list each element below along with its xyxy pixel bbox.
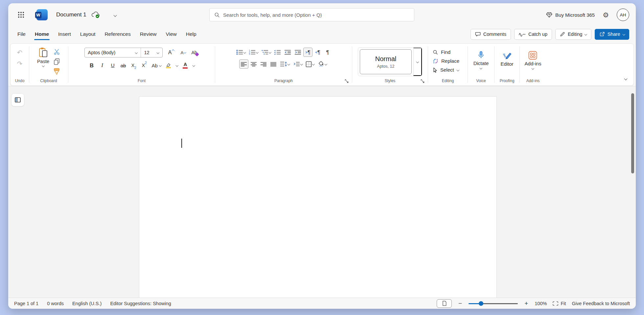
underline-button[interactable]: U: [108, 61, 118, 70]
zoom-out-button[interactable]: −: [458, 300, 463, 306]
grow-font-button[interactable]: A: [165, 48, 175, 57]
tab-home[interactable]: Home: [30, 26, 54, 42]
font-color-options-chevron[interactable]: [191, 61, 196, 70]
editor-suggestions-status[interactable]: Editor Suggestions: Showing: [110, 301, 171, 306]
paragraph-spacing-button[interactable]: [292, 59, 304, 69]
editing-mode-button[interactable]: Editing: [555, 29, 591, 40]
font-size-select[interactable]: 12: [141, 48, 162, 57]
search-icon: [214, 12, 220, 18]
zoom-slider-thumb[interactable]: [479, 301, 483, 306]
document-workspace: [8, 86, 636, 298]
bullet-list-button[interactable]: [235, 48, 247, 57]
zoom-level[interactable]: 100%: [535, 301, 547, 306]
italic-button[interactable]: I: [98, 61, 107, 70]
svg-text:3: 3: [249, 53, 250, 55]
zoom-in-button[interactable]: +: [524, 300, 529, 306]
checklist-button[interactable]: [273, 48, 282, 57]
font-color-button[interactable]: A: [180, 61, 190, 70]
subscript-button[interactable]: X2: [129, 61, 139, 70]
increase-indent-button[interactable]: [293, 48, 303, 57]
redo-button[interactable]: ↷: [17, 60, 23, 67]
align-left-button[interactable]: [239, 59, 248, 69]
navigation-pane-toggle[interactable]: [11, 93, 24, 106]
change-case-button[interactable]: Ab: [150, 61, 163, 70]
top-bar: W Document 1 Buy Microsoft 36: [8, 3, 636, 26]
chevron-down-icon: [113, 13, 117, 17]
clear-formatting-button[interactable]: Ab: [190, 48, 199, 57]
dictate-button[interactable]: Dictate: [473, 48, 489, 69]
left-to-right-paragraph-button[interactable]: >¶: [303, 48, 312, 57]
word-app-icon[interactable]: W: [36, 9, 48, 20]
styles-dialog-launcher[interactable]: [421, 79, 425, 83]
show-formatting-marks-button[interactable]: ¶: [323, 48, 332, 57]
share-button[interactable]: Share: [595, 29, 629, 40]
collapse-ribbon-button[interactable]: [623, 75, 628, 82]
paste-button[interactable]: Paste: [37, 47, 50, 67]
multilevel-list-button[interactable]: [260, 48, 272, 57]
catch-up-button[interactable]: Catch up: [514, 29, 552, 40]
tab-insert[interactable]: Insert: [54, 26, 76, 42]
chevron-down-icon: [622, 33, 625, 35]
strikethrough-button[interactable]: ab: [119, 61, 128, 70]
search-bar[interactable]: [209, 8, 414, 21]
tab-references[interactable]: References: [100, 26, 135, 42]
text-highlight-button[interactable]: [164, 61, 173, 70]
justify-button[interactable]: [269, 59, 278, 69]
line-spacing-button[interactable]: [279, 59, 291, 69]
bold-button[interactable]: B: [87, 61, 97, 70]
paragraph-dialog-launcher[interactable]: [345, 79, 349, 83]
feedback-link[interactable]: Give Feedback to Microsoft: [572, 301, 630, 306]
style-normal[interactable]: Normal Aptos, 12: [360, 49, 412, 74]
superscript-button[interactable]: X2: [140, 61, 149, 70]
copy-button[interactable]: [53, 58, 60, 65]
line-spacing-icon: [280, 61, 287, 67]
fit-to-page-button[interactable]: Fit: [553, 301, 566, 306]
buy-microsoft-365-button[interactable]: Buy Microsoft 365: [546, 12, 595, 18]
app-launcher-button[interactable]: [15, 9, 27, 21]
shrink-font-button[interactable]: A: [177, 48, 187, 57]
font-family-select[interactable]: Aptos (Body): [85, 48, 141, 57]
word-count-status[interactable]: 0 words: [47, 301, 64, 306]
tab-review[interactable]: Review: [135, 26, 161, 42]
addins-button[interactable]: Add-ins: [525, 48, 541, 69]
account-avatar[interactable]: AH: [617, 9, 629, 21]
tab-view[interactable]: View: [161, 26, 181, 42]
editor-button[interactable]: Editor: [500, 48, 513, 67]
format-painter-button[interactable]: [53, 68, 60, 76]
comments-button[interactable]: Comments: [471, 29, 511, 40]
highlighter-icon: [166, 63, 171, 67]
find-button[interactable]: Find: [433, 48, 450, 56]
right-to-left-paragraph-button[interactable]: <¶: [313, 48, 322, 57]
saved-to-cloud-icon[interactable]: [91, 11, 100, 18]
tab-layout[interactable]: Layout: [76, 26, 100, 42]
tab-file[interactable]: File: [13, 26, 30, 42]
redo-icon: ↷: [17, 60, 23, 67]
decrease-indent-button[interactable]: [283, 48, 292, 57]
page-view-button[interactable]: [437, 299, 452, 308]
document-menu-chevron[interactable]: [112, 11, 118, 19]
proofing-group: Editor Proofing: [494, 44, 519, 85]
align-right-button[interactable]: [259, 59, 268, 69]
highlight-options-chevron[interactable]: [174, 61, 179, 70]
select-button[interactable]: Select: [433, 65, 459, 74]
align-center-button[interactable]: [249, 59, 258, 69]
align-center-icon: [250, 62, 257, 67]
zoom-slider[interactable]: [469, 301, 518, 306]
document-title[interactable]: Document 1: [56, 11, 86, 18]
multilevel-list-icon: [262, 50, 268, 55]
borders-button[interactable]: [304, 59, 316, 69]
cut-button[interactable]: [53, 48, 60, 56]
settings-gear-icon[interactable]: ⚙: [603, 11, 609, 18]
tab-help[interactable]: Help: [181, 26, 201, 42]
search-input[interactable]: [223, 12, 409, 18]
document-page[interactable]: [139, 96, 497, 298]
shading-button[interactable]: [316, 59, 328, 69]
vertical-scrollbar-thumb[interactable]: [631, 93, 634, 173]
styles-gallery-chevron[interactable]: [413, 48, 422, 76]
page-count-status[interactable]: Page 1 of 1: [14, 301, 38, 306]
undo-button[interactable]: ↶: [17, 49, 23, 56]
find-icon: [433, 50, 438, 55]
language-status[interactable]: English (U.S.): [72, 301, 102, 306]
numbered-list-button[interactable]: 123: [247, 48, 260, 57]
replace-button[interactable]: Replace: [433, 56, 459, 65]
